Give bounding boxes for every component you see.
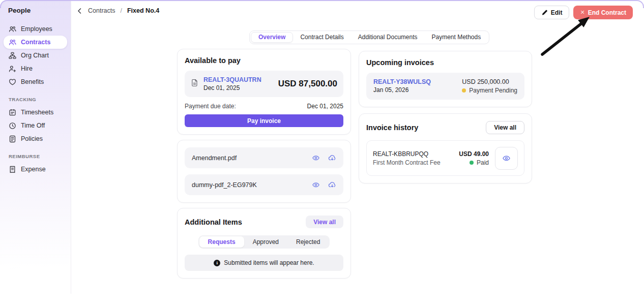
breadcrumb-current: Fixed No.4 <box>127 7 159 14</box>
view-all-button[interactable]: View all <box>486 121 524 134</box>
right-column: Upcoming invoices REALT-Y38WULSQ Jan 05,… <box>359 51 532 190</box>
additional-items-card: Additional Items View all Requests Appro… <box>177 208 351 279</box>
clock-icon <box>9 122 16 130</box>
sidebar-item-label: Benefits <box>21 78 44 85</box>
left-column: Available to pay REALT-3QUAUTRN Dec 01, … <box>177 49 351 284</box>
breadcrumb-separator: / <box>121 7 122 14</box>
contract-tabs: Overview Contract Details Additional Doc… <box>249 30 489 44</box>
payment-due-row: Payment due date: Dec 01, 2025 <box>185 103 343 110</box>
people-icon <box>9 39 16 46</box>
tab-overview[interactable]: Overview <box>251 32 293 43</box>
person-plus-icon <box>9 65 16 73</box>
payable-invoice-row: REALT-3QUAUTRN Dec 01, 2025 USD 87,500.0… <box>185 71 343 97</box>
paid-status-dot <box>470 161 474 165</box>
document-name: dummy-pdf_2-EG979K <box>192 181 257 189</box>
sidebar-item-contracts[interactable]: Contracts <box>4 36 67 49</box>
status-badge: Paid <box>459 159 489 166</box>
eye-icon[interactable] <box>312 154 320 162</box>
tab-requests[interactable]: Requests <box>199 236 244 248</box>
sidebar-item-label: Policies <box>21 135 43 142</box>
status-label: Paid <box>477 159 489 166</box>
tab-additional-documents[interactable]: Additional Documents <box>351 32 425 43</box>
status-label: Payment Pending <box>469 87 517 94</box>
sidebar: People Employees Contracts Org Chart Hir… <box>0 0 71 294</box>
x-icon: ✕ <box>580 9 584 16</box>
pay-invoice-button[interactable]: Pay invoice <box>185 114 343 127</box>
invoice-amount: USD 87,500.00 <box>278 79 337 89</box>
edit-button-label: Edit <box>551 9 563 16</box>
sidebar-item-label: Timesheets <box>21 109 53 116</box>
payment-due-date: Dec 01, 2025 <box>307 103 343 110</box>
end-contract-button-label: End Contract <box>588 9 626 16</box>
document-actions <box>312 154 336 162</box>
invoice-code: REALT-KBBRUPQQ <box>373 150 441 158</box>
tab-contract-details[interactable]: Contract Details <box>293 32 350 43</box>
card-title: Additional Items <box>185 218 242 226</box>
sidebar-item-employees[interactable]: Employees <box>4 22 67 36</box>
view-all-button[interactable]: View all <box>306 216 343 228</box>
tab-payment-methods[interactable]: Payment Methods <box>424 32 488 43</box>
sidebar-item-expense[interactable]: Expense <box>4 163 67 176</box>
sidebar-item-label: Employees <box>21 25 52 33</box>
invoice-amount: USD 250,000.00 <box>462 78 517 85</box>
sidebar-item-policies[interactable]: Policies <box>4 132 67 145</box>
receipt-icon <box>9 166 16 173</box>
sidebar-section-reimburse: REIMBURSE <box>9 154 71 159</box>
invoice-history-row: REALT-KBBRUPQQ First Month Contract Fee … <box>366 140 524 176</box>
invoice-code-link[interactable]: REALT-Y38WULSQ <box>373 78 431 85</box>
tab-rejected[interactable]: Rejected <box>287 236 329 248</box>
card-title: Available to pay <box>185 56 343 65</box>
empty-state-message: Submitted items will appear here. <box>224 259 314 266</box>
sidebar-item-time-off[interactable]: Time Off <box>4 119 67 132</box>
sidebar-item-label: Contracts <box>21 39 50 46</box>
pending-status-dot <box>462 88 466 93</box>
eye-icon <box>502 154 511 162</box>
sidebar-item-hire[interactable]: Hire <box>4 62 67 75</box>
invoice-description: First Month Contract Fee <box>373 159 441 166</box>
card-title: Upcoming invoices <box>366 58 524 67</box>
end-contract-button[interactable]: ✕ End Contract <box>573 6 633 19</box>
eye-icon[interactable] <box>312 181 320 189</box>
back-button[interactable] <box>76 8 83 14</box>
upcoming-invoice-row: REALT-Y38WULSQ Jan 05, 2026 USD 250,000.… <box>366 73 524 100</box>
org-chart-icon <box>9 52 16 59</box>
document-row: Amendment.pdf <box>185 147 343 168</box>
sidebar-item-timesheets[interactable]: Timesheets <box>4 106 67 119</box>
document-name: Amendment.pdf <box>192 155 237 162</box>
sidebar-item-label: Org Chart <box>21 52 49 59</box>
document-actions <box>312 181 336 189</box>
available-to-pay-card: Available to pay REALT-3QUAUTRN Dec 01, … <box>177 49 351 135</box>
heart-icon <box>9 78 16 86</box>
people-icon <box>9 25 16 33</box>
upcoming-invoices-card: Upcoming invoices REALT-Y38WULSQ Jan 05,… <box>359 51 532 107</box>
invoice-code-link[interactable]: REALT-3QUAUTRN <box>203 76 261 83</box>
header-actions: Edit ✕ End Contract <box>534 6 633 19</box>
invoice-history-card: Invoice history View all REALT-KBBRUPQQ … <box>359 113 532 183</box>
cloud-download-icon[interactable] <box>328 154 336 162</box>
sidebar-item-label: Time Off <box>21 122 45 129</box>
card-title: Invoice history <box>366 124 418 132</box>
edit-button[interactable]: Edit <box>534 6 570 19</box>
sidebar-item-label: Expense <box>21 166 46 173</box>
payment-due-label: Payment due date: <box>185 103 236 110</box>
empty-state: i Submitted items will appear here. <box>185 255 343 271</box>
status-badge: Payment Pending <box>462 87 517 94</box>
sidebar-item-org-chart[interactable]: Org Chart <box>4 49 67 62</box>
invoice-amount: USD 49.00 <box>459 150 489 158</box>
tab-approved[interactable]: Approved <box>244 236 287 248</box>
pencil-icon <box>541 9 548 16</box>
documents-card: Amendment.pdf dummy-pdf_2-EG979K <box>177 140 351 203</box>
policy-doc-icon <box>9 135 16 143</box>
sidebar-item-benefits[interactable]: Benefits <box>4 75 67 88</box>
cloud-download-icon[interactable] <box>328 181 336 189</box>
file-icon <box>191 79 198 89</box>
view-invoice-button[interactable] <box>495 147 518 170</box>
sidebar-section-tracking: TRACKING <box>9 97 71 102</box>
breadcrumb-parent[interactable]: Contracts <box>88 7 115 14</box>
sidebar-title: People <box>0 0 71 22</box>
chevron-left-icon <box>76 8 83 14</box>
sidebar-item-label: Hire <box>21 65 33 72</box>
document-row: dummy-pdf_2-EG979K <box>185 174 343 195</box>
additional-items-tabs: Requests Approved Rejected <box>198 235 330 249</box>
invoice-date: Jan 05, 2026 <box>373 86 431 94</box>
